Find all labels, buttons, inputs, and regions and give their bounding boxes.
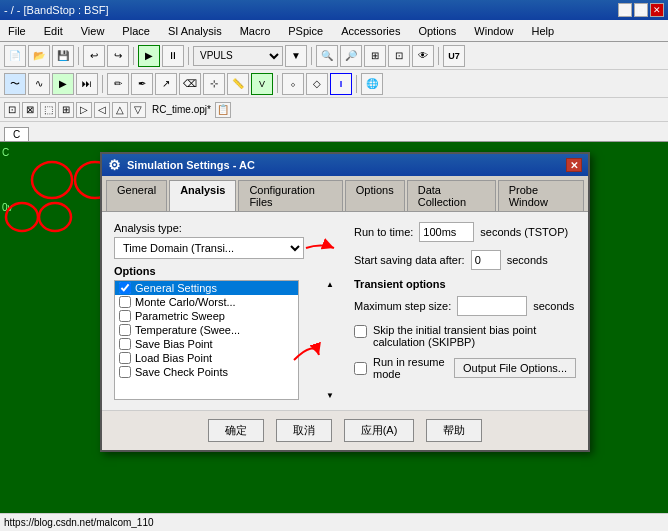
small-btn6[interactable]: ◁ <box>94 102 110 118</box>
option-general-settings-cb[interactable] <box>119 282 131 294</box>
menu-options[interactable]: Options <box>414 24 460 38</box>
dialog-title: Simulation Settings - AC <box>127 159 255 171</box>
close-btn[interactable]: ✕ <box>650 3 664 17</box>
small-btn4[interactable]: ⊞ <box>58 102 74 118</box>
option-temperature-cb[interactable] <box>119 324 131 336</box>
save-btn[interactable]: 💾 <box>52 45 74 67</box>
pen-btn[interactable]: ✏ <box>107 73 129 95</box>
dialog-buttons: 确定 取消 应用(A) 帮助 <box>102 410 588 450</box>
transient-options-label: Transient options <box>354 278 576 290</box>
wave-btn[interactable]: 〜 <box>4 73 26 95</box>
play-btn[interactable]: ▶ <box>52 73 74 95</box>
dialog-close-btn[interactable]: ✕ <box>566 158 582 172</box>
tab-bar: C <box>0 122 668 142</box>
max-step-input[interactable] <box>457 296 527 316</box>
stop-btn[interactable]: ⏸ <box>162 45 184 67</box>
small-btn3[interactable]: ⬚ <box>40 102 56 118</box>
option-monte-carlo-cb[interactable] <box>119 296 131 308</box>
listbox-scrollbar: ▲ ▼ <box>324 280 336 400</box>
small-btn7[interactable]: △ <box>112 102 128 118</box>
menu-window[interactable]: Window <box>470 24 517 38</box>
run-to-time-input[interactable] <box>419 222 474 242</box>
option-save-checkpoints-cb[interactable] <box>119 366 131 378</box>
options-listbox[interactable]: General Settings Monte Carlo/Worst... Pa… <box>114 280 299 400</box>
tab-schematic[interactable]: C <box>4 127 29 141</box>
menu-si[interactable]: SI Analysis <box>164 24 226 38</box>
option-save-bias-cb[interactable] <box>119 338 131 350</box>
analysis-type-label: Analysis type: <box>114 222 336 234</box>
save-data-row: Start saving data after: seconds <box>354 250 576 270</box>
combo-arrow[interactable]: ▼ <box>285 45 307 67</box>
world-btn[interactable]: 🌐 <box>361 73 383 95</box>
menu-place[interactable]: Place <box>118 24 154 38</box>
option-save-checkpoints[interactable]: Save Check Points <box>115 365 298 379</box>
menu-pspice[interactable]: PSpice <box>284 24 327 38</box>
resume-checkbox[interactable] <box>354 362 367 375</box>
option-load-bias[interactable]: Load Bias Point <box>115 351 298 365</box>
option-save-bias[interactable]: Save Bias Point <box>115 337 298 351</box>
step-btn[interactable]: ⏭ <box>76 73 98 95</box>
zoom-out-btn[interactable]: 🔎 <box>340 45 362 67</box>
zoom-fit-btn[interactable]: ⊞ <box>364 45 386 67</box>
tab-options[interactable]: Options <box>345 180 405 211</box>
max-step-label: Maximum step size: <box>354 300 451 312</box>
undo-btn[interactable]: ↩ <box>83 45 105 67</box>
option-parametric-cb[interactable] <box>119 310 131 322</box>
measure-btn[interactable]: 📏 <box>227 73 249 95</box>
zoom-in-btn[interactable]: 🔍 <box>316 45 338 67</box>
ok-button[interactable]: 确定 <box>208 419 264 442</box>
maximize-btn[interactable]: □ <box>634 3 648 17</box>
marker2-btn[interactable]: ◇ <box>306 73 328 95</box>
save-data-input[interactable] <box>471 250 501 270</box>
cancel-button[interactable]: 取消 <box>276 419 332 442</box>
run-btn[interactable]: ▶ <box>138 45 160 67</box>
menu-view[interactable]: View <box>77 24 109 38</box>
option-monte-carlo[interactable]: Monte Carlo/Worst... <box>115 295 298 309</box>
skip-bias-checkbox[interactable] <box>354 325 367 338</box>
annotation-arrow1 <box>306 238 336 258</box>
eye-btn[interactable]: 👁 <box>412 45 434 67</box>
scroll-up-btn[interactable]: ▲ <box>326 280 334 289</box>
wave2-btn[interactable]: ∿ <box>28 73 50 95</box>
tab-config-files[interactable]: Configuration Files <box>238 180 342 211</box>
redo-btn[interactable]: ↪ <box>107 45 129 67</box>
minimize-btn[interactable]: _ <box>618 3 632 17</box>
u7-btn[interactable]: U7 <box>443 45 465 67</box>
save-data-unit: seconds <box>507 254 548 266</box>
eraser-btn[interactable]: ⌫ <box>179 73 201 95</box>
help-button[interactable]: 帮助 <box>426 419 482 442</box>
tab-analysis[interactable]: Analysis <box>169 180 236 211</box>
open-btn[interactable]: 📂 <box>28 45 50 67</box>
new-btn[interactable]: 📄 <box>4 45 26 67</box>
menu-edit[interactable]: Edit <box>40 24 67 38</box>
menu-file[interactable]: File <box>4 24 30 38</box>
apply-button[interactable]: 应用(A) <box>344 419 415 442</box>
pencil-btn[interactable]: ✒ <box>131 73 153 95</box>
menu-macro[interactable]: Macro <box>236 24 275 38</box>
option-parametric[interactable]: Parametric Sweep <box>115 309 298 323</box>
option-general-settings[interactable]: General Settings <box>115 281 298 295</box>
source-combo[interactable]: VPULS <box>193 46 283 66</box>
tab-general[interactable]: General <box>106 180 167 211</box>
volt-btn[interactable]: V <box>251 73 273 95</box>
scroll-down-btn[interactable]: ▼ <box>326 391 334 400</box>
marker-btn[interactable]: ⬦ <box>282 73 304 95</box>
analysis-type-select[interactable]: Time Domain (Transi... <box>114 237 304 259</box>
zoom-area-btn[interactable]: ⊡ <box>388 45 410 67</box>
small-btn2[interactable]: ⊠ <box>22 102 38 118</box>
info-btn[interactable]: I <box>330 73 352 95</box>
tab-data-collection[interactable]: Data Collection <box>407 180 496 211</box>
small-btn1[interactable]: ⊡ <box>4 102 20 118</box>
menu-accessories[interactable]: Accessories <box>337 24 404 38</box>
project-btn[interactable]: 📋 <box>215 102 231 118</box>
arrow-btn[interactable]: ↗ <box>155 73 177 95</box>
option-temperature[interactable]: Temperature (Swee... <box>115 323 298 337</box>
menu-help[interactable]: Help <box>527 24 558 38</box>
skip-bias-label: Skip the initial transient bias point ca… <box>373 324 576 348</box>
tab-probe-window[interactable]: Probe Window <box>498 180 584 211</box>
small-btn8[interactable]: ▽ <box>130 102 146 118</box>
option-load-bias-cb[interactable] <box>119 352 131 364</box>
select-btn[interactable]: ⊹ <box>203 73 225 95</box>
output-file-options-btn[interactable]: Output File Options... <box>454 358 576 378</box>
small-btn5[interactable]: ▷ <box>76 102 92 118</box>
